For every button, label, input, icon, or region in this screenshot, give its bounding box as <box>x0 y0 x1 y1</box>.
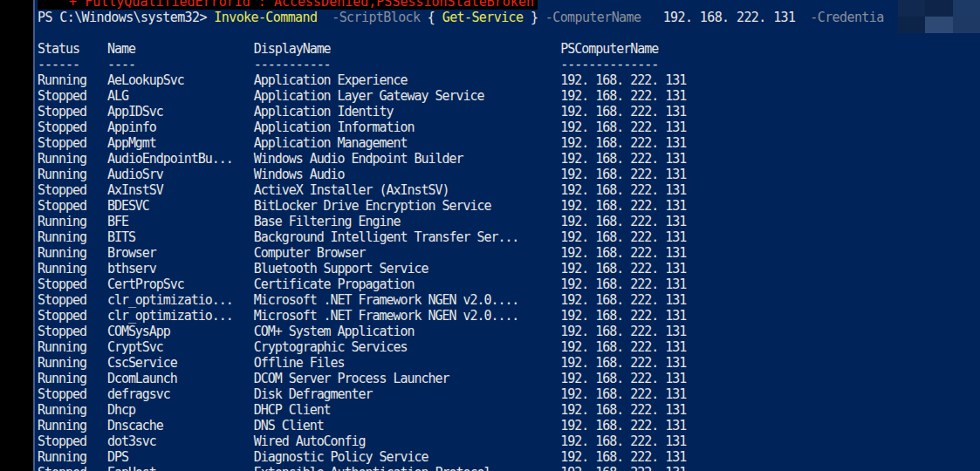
censor-block <box>953 17 980 33</box>
table-row: Running Dnscache DNS Client 192. 168. 22… <box>38 418 980 433</box>
prompt-segment: PS C:\Windows\system32> <box>38 10 214 25</box>
screen: + FullyQualifiedErrorId : AccessDenied,P… <box>0 0 980 471</box>
censor-block <box>953 0 980 17</box>
table-row: Running BFE Base Filtering Engine 192. 1… <box>38 214 980 229</box>
command-prompt-line: PS C:\Windows\system32> Invoke-Command -… <box>38 10 980 25</box>
table-header-underline: ------ ---- ----------- -------------- <box>38 57 980 72</box>
powershell-console-window[interactable]: + FullyQualifiedErrorId : AccessDenied,P… <box>33 0 980 471</box>
table-row: Stopped AppMgmt Application Management 1… <box>38 135 980 151</box>
prompt-segment: { <box>420 10 442 25</box>
table-row: Stopped EapHost Extensible Authenticatio… <box>38 465 980 471</box>
table-row: Stopped clr_optimizatio... Microsoft .NE… <box>38 308 980 324</box>
table-row: Stopped AxInstSV ActiveX Installer (AxIn… <box>38 182 980 198</box>
prompt-segment: -ScriptBlock <box>332 10 420 25</box>
error-line-text: + FullyQualifiedErrorId : AccessDenied,P… <box>38 0 538 10</box>
prompt-segment: -Credentia <box>810 10 883 25</box>
table-row: Running AeLookupSvc Application Experien… <box>38 72 980 88</box>
table-row: Running DcomLaunch DCOM Server Process L… <box>38 371 980 386</box>
table-row: Stopped COMSysApp COM+ System Applicatio… <box>38 324 980 339</box>
table-row: Stopped BDESVC BitLocker Drive Encryptio… <box>38 198 980 214</box>
table-row: Running CryptSvc Cryptographic Services … <box>38 339 980 355</box>
table-row: Running AudioSrv Windows Audio 192. 168.… <box>38 167 980 182</box>
table-row: Stopped defragsvc Disk Defragmenter 192.… <box>38 386 980 402</box>
table-row: Running AudioEndpointBu... Windows Audio… <box>38 151 980 167</box>
table-row: Running BITS Background Intelligent Tran… <box>38 229 980 245</box>
table-row: Stopped Appinfo Application Information … <box>38 119 980 135</box>
table-row: Stopped AppIDSvc Application Identity 19… <box>38 104 980 119</box>
table-header: Status Name DisplayName PSComputerName <box>38 41 980 57</box>
prompt-segment: 192. 168. 222. 131 <box>641 10 810 25</box>
blank-line <box>38 25 980 41</box>
prompt-segment: Invoke-Command <box>214 10 317 25</box>
prompt-segment: Get-Service <box>442 10 524 25</box>
table-row: Running Dhcp DHCP Client 192. 168. 222. … <box>38 402 980 418</box>
censor-block <box>925 0 952 17</box>
prompt-segment: } <box>523 10 545 25</box>
prompt-segment <box>317 10 332 25</box>
censor-block <box>925 17 952 33</box>
table-row: Running CscService Offline Files 192. 16… <box>38 355 980 371</box>
prompt-segment: -ComputerName <box>545 10 641 25</box>
table-row: Stopped ALG Application Layer Gateway Se… <box>38 88 980 104</box>
censored-region <box>898 0 980 33</box>
table-row: Running bthserv Bluetooth Support Servic… <box>38 261 980 276</box>
error-line: + FullyQualifiedErrorId : AccessDenied,P… <box>38 0 980 10</box>
censor-block <box>898 17 925 33</box>
table-row: Stopped dot3svc Wired AutoConfig 192. 16… <box>38 433 980 449</box>
table-row: Running Browser Computer Browser 192. 16… <box>38 245 980 261</box>
censor-block <box>898 0 925 17</box>
table-row: Running DPS Diagnostic Policy Service 19… <box>38 449 980 465</box>
table-row: Stopped CertPropSvc Certificate Propagat… <box>38 276 980 292</box>
services-table: Running AeLookupSvc Application Experien… <box>38 72 980 471</box>
table-row: Stopped clr_optimizatio... Microsoft .NE… <box>38 292 980 308</box>
